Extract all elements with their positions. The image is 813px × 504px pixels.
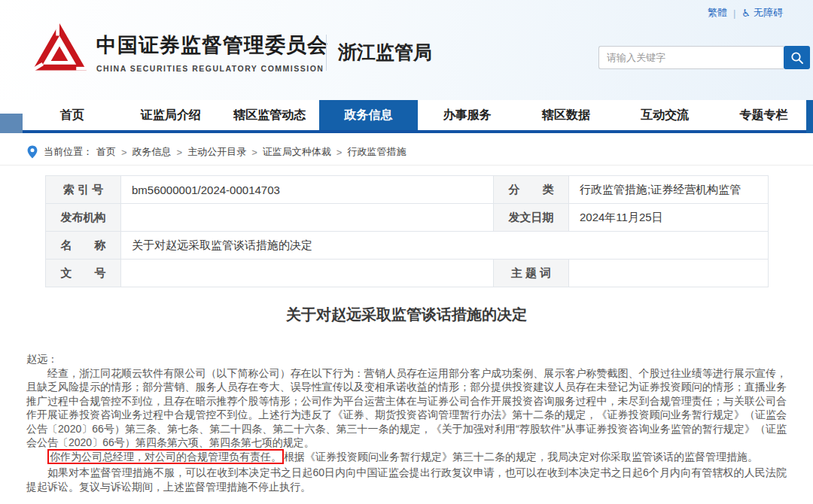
table-row: 发布机构 发文日期 2024年11月25日 (46, 204, 769, 232)
nav-item-regional-news[interactable]: 辖区监管动态 (221, 100, 319, 130)
breadcrumb-item-gov-info[interactable]: 政务信息 (132, 145, 172, 159)
main-nav: 首页 证监局介绍 辖区监管动态 政务信息 办事服务 辖区数据 互动交流 专题专栏 (23, 100, 813, 130)
breadcrumb-item-doc-type[interactable]: 证监局文种体裁 (263, 145, 331, 159)
breadcrumb-item-home[interactable]: 首页 (96, 145, 116, 159)
topbar-divider: | (733, 8, 735, 19)
topbar: 繁體 | ♿ 无障碍 (708, 6, 783, 20)
nav-item-gov-info[interactable]: 政务信息 (319, 100, 418, 130)
category-label: 分 类 (494, 176, 569, 204)
subject-words-label: 主 题 词 (494, 260, 569, 287)
table-row: 名 称 关于对赵远采取监管谈话措施的决定 (46, 232, 769, 260)
table-row: 文 号 主 题 词 (46, 260, 769, 287)
category-value: 行政监管措施;证券经营机构监管 (569, 176, 769, 204)
doc-number-label: 文 号 (46, 260, 121, 287)
page: 繁體 | ♿ 无障碍 中国证券监督管理委员会 CHINA SECURITIES … (0, 0, 813, 504)
nav-right-decoration (806, 100, 813, 133)
publisher-label: 发布机构 (46, 204, 121, 232)
header-divider (326, 35, 327, 71)
subject-words-value (569, 260, 769, 287)
nav-left-decoration (0, 114, 23, 133)
paragraph-decision: 你作为公司总经理，对公司的合规管理负有责任。根据《证券投资顾问业务暂行规定》第三… (26, 450, 787, 464)
doc-number-value (121, 260, 494, 287)
nav-item-interaction[interactable]: 互动交流 (616, 100, 714, 130)
breadcrumb-separator: > (177, 147, 183, 158)
nav-item-services[interactable]: 办事服务 (418, 100, 516, 130)
publish-date-value: 2024年11月25日 (569, 204, 769, 232)
wheelchair-icon: ♿ (741, 8, 751, 19)
accessibility-label: 无障碍 (754, 6, 783, 20)
index-number-value: bm56000001/2024-00014703 (121, 176, 494, 204)
bureau-name: 浙江监管局 (338, 40, 432, 65)
location-pin-icon (27, 145, 38, 159)
table-row: 索 引 号 bm56000001/2024-00014703 分 类 行政监管措… (46, 176, 769, 204)
org-title-block: 中国证券监督管理委员会 CHINA SECURITIES REGULATORY … (96, 32, 328, 73)
breadcrumb: 当前位置： 首页 > 政务信息 > 主动公开目录 > 证监局文种体裁 > 行政监… (27, 144, 406, 160)
breadcrumb-item-admin-measures[interactable]: 行政监管措施 (347, 145, 406, 159)
org-name-cn: 中国证券监督管理委员会 (96, 32, 328, 59)
search-input[interactable] (598, 46, 784, 69)
decision-rest: 根据《证券投资顾问业务暂行规定》第三十二条的规定，我局决定对你采取监管谈话的监督… (284, 451, 758, 463)
index-number-label: 索 引 号 (46, 176, 121, 204)
name-label: 名 称 (46, 232, 121, 260)
traditional-chinese-link[interactable]: 繁體 (708, 6, 727, 20)
document-title: 关于对赵远采取监管谈话措施的决定 (0, 305, 813, 325)
org-name-en: CHINA SECURITIES REGULATORY COMMISSION (96, 64, 328, 73)
breadcrumb-separator: > (121, 147, 127, 158)
search-button[interactable] (784, 46, 810, 69)
breadcrumb-separator: > (251, 147, 257, 158)
breadcrumb-prefix: 当前位置： (44, 145, 93, 159)
publish-date-label: 发文日期 (494, 204, 569, 232)
document-body: 赵远： 经查，浙江同花顺云软件有限公司（以下简称公司）存在以下行为：营销人员存在… (26, 352, 787, 493)
accessibility-link[interactable]: ♿ 无障碍 (741, 6, 783, 20)
breadcrumb-separator: > (336, 147, 343, 158)
document-meta-table: 索 引 号 bm56000001/2024-00014703 分 类 行政监管措… (45, 175, 769, 287)
nav-item-regional-data[interactable]: 辖区数据 (516, 100, 615, 130)
paragraph-appeal: 如果对本监督管理措施不服，可以在收到本决定书之日起60日内向中国证监会提出行政复… (26, 466, 787, 493)
search-bar (598, 46, 810, 69)
name-value: 关于对赵远采取监管谈话措施的决定 (121, 232, 769, 260)
breadcrumb-divider-line (0, 165, 813, 165)
publisher-value (121, 204, 494, 232)
nav-item-bureau-intro[interactable]: 证监局介绍 (121, 100, 220, 130)
paragraph-findings: 经查，浙江同花顺云软件有限公司（以下简称公司）存在以下行为：营销人员存在运用部分… (26, 366, 787, 450)
nav-item-home[interactable]: 首页 (23, 100, 121, 130)
nav-item-special-topics[interactable]: 专题专栏 (714, 100, 813, 130)
nav-underline (23, 130, 813, 133)
highlighted-sentence: 你作为公司总经理，对公司的合规管理负有责任。 (47, 449, 284, 464)
search-icon (790, 50, 805, 65)
breadcrumb-item-public-directory[interactable]: 主动公开目录 (187, 145, 246, 159)
salutation: 赵远： (26, 352, 787, 366)
csrc-logo-icon[interactable] (30, 20, 89, 80)
